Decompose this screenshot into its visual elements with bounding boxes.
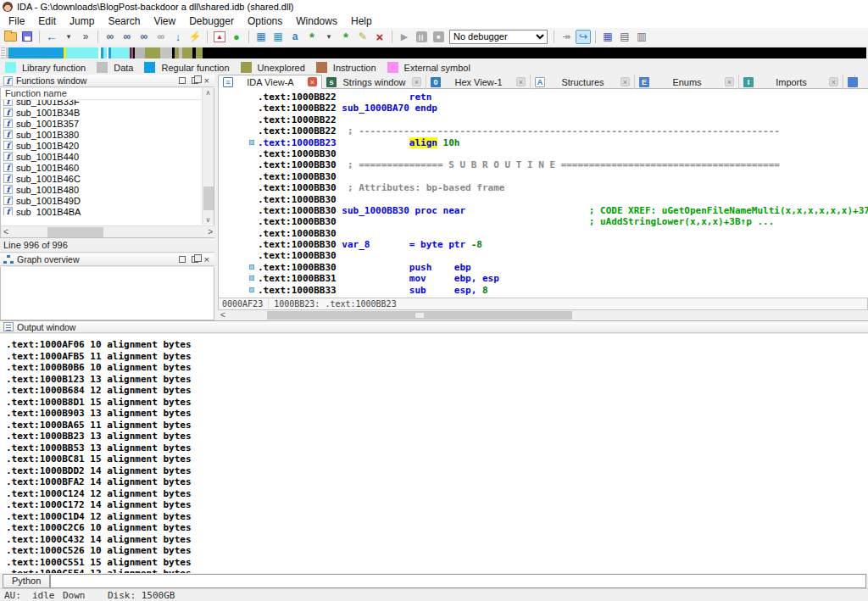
menu-edit[interactable]: Edit xyxy=(31,14,63,28)
scrollbar-thumb[interactable] xyxy=(203,186,214,210)
scrollbar-thumb[interactable] xyxy=(267,311,572,320)
graph-overview-canvas[interactable] xyxy=(0,267,214,320)
tab-close-icon[interactable]: × xyxy=(829,77,838,86)
tab-close-icon[interactable]: × xyxy=(620,77,630,86)
function-list-item[interactable]: fsub_1001B34B xyxy=(1,107,203,118)
navband-segment[interactable] xyxy=(203,47,866,58)
struct-view-icon[interactable]: ▦ xyxy=(600,30,615,44)
apply-type-icon[interactable]: * xyxy=(338,30,353,44)
navband-segment[interactable] xyxy=(160,47,172,58)
scroll-down-icon[interactable]: ∨ xyxy=(203,216,214,224)
analysis-indicator-icon[interactable]: ● xyxy=(229,30,244,44)
output-window[interactable]: .text:1000AF06 10 alignment bytes.text:1… xyxy=(0,334,868,573)
tab-partial[interactable] xyxy=(843,75,855,89)
maximize-icon[interactable] xyxy=(179,77,186,84)
navband-drag-handle[interactable] xyxy=(1,47,5,58)
tab-ida-view-a[interactable]: ≡IDA View-A× xyxy=(218,75,322,89)
create-segment-icon[interactable]: ▤ xyxy=(617,30,632,44)
close-icon[interactable]: × xyxy=(204,256,209,263)
function-list-item[interactable]: fsub_1001B357 xyxy=(1,118,203,129)
disassembly-line[interactable]: .text:1000BB30 xyxy=(219,228,868,239)
function-list-item[interactable]: fsub_1001B380 xyxy=(1,129,203,140)
navband-segment[interactable] xyxy=(182,47,192,58)
tab-close-icon[interactable]: × xyxy=(516,77,526,86)
disassembly-line[interactable]: .text:1000BB33 sub esp, 8 xyxy=(219,285,868,296)
navband-segments[interactable] xyxy=(6,47,866,58)
disassembly-line[interactable]: .text:1000BB22 sub_1000BA70 endp xyxy=(219,103,868,114)
type-dropdown-icon[interactable]: ▾ xyxy=(321,30,337,44)
python-command-input[interactable] xyxy=(50,574,866,588)
back-dropdown-icon[interactable]: ▾ xyxy=(61,30,76,44)
set-type-icon[interactable]: * xyxy=(304,30,320,44)
tab-close-icon[interactable]: × xyxy=(725,77,734,86)
tab-close-icon[interactable]: × xyxy=(308,77,317,86)
scroll-left-icon[interactable]: < xyxy=(3,227,8,237)
delete-segment-icon[interactable]: ▥ xyxy=(634,30,649,44)
tab-structures[interactable]: AStructures× xyxy=(531,75,635,89)
functions-column-header[interactable]: Function name xyxy=(1,88,203,100)
disassembly-line[interactable]: .text:1000BB30 push ebp xyxy=(219,262,868,273)
navband-segment[interactable] xyxy=(196,47,203,58)
navband-segment[interactable] xyxy=(8,47,66,58)
disassembly-line[interactable]: .text:1000BB30 ; uAddStringLower(x,x,x)+… xyxy=(219,216,868,227)
search-bytes-icon[interactable]: ∞ xyxy=(136,30,152,44)
navband-segment[interactable] xyxy=(111,47,130,58)
open-file-icon[interactable] xyxy=(3,30,18,44)
disassembly-line[interactable]: .text:1000BB30 var_8 = byte ptr -8 xyxy=(219,239,868,250)
print-icon[interactable]: ∞ xyxy=(153,30,169,44)
navband-segment[interactable] xyxy=(145,47,160,58)
disassembly-line[interactable]: .text:1000BB31 mov ebp, esp xyxy=(219,273,868,284)
menu-search[interactable]: Search xyxy=(101,14,147,28)
disassembly-view[interactable]: .text:1000BB22 retn.text:1000BB22 sub_10… xyxy=(218,89,868,298)
search-text-icon[interactable]: ∞ xyxy=(120,30,135,44)
function-list-item[interactable]: fsub_1001B420 xyxy=(1,140,203,151)
float-icon[interactable] xyxy=(192,256,198,263)
navigation-band[interactable] xyxy=(0,47,868,59)
tab-close-icon[interactable]: × xyxy=(412,77,421,86)
menu-options[interactable]: Options xyxy=(241,14,289,28)
navigate-back-icon[interactable]: ← xyxy=(44,30,59,44)
disassembly-line[interactable]: .text:1000BB23 align 10h xyxy=(219,137,868,148)
disassembly-line[interactable]: .text:1000BB22 retn xyxy=(219,92,868,103)
patch-icon[interactable]: ✎ xyxy=(355,30,370,44)
tab-strings-window[interactable]: sStrings window× xyxy=(322,75,426,89)
create-function-icon[interactable]: ▦ xyxy=(253,30,269,44)
function-list-item[interactable]: fsub_1001B33F xyxy=(1,100,203,107)
jump-address-icon[interactable]: ↓ xyxy=(170,30,186,44)
disassembly-line[interactable]: .text:1000BB30 xyxy=(219,194,868,205)
search-next-icon[interactable]: ∞ xyxy=(103,30,118,44)
disassembly-line[interactable]: .text:1000BB30 ; Attributes: bp-based fr… xyxy=(219,182,868,193)
navband-segment[interactable] xyxy=(135,47,145,58)
menu-jump[interactable]: Jump xyxy=(63,14,101,28)
scroll-up-icon[interactable]: ∧ xyxy=(203,89,214,97)
python-interpreter-tab[interactable]: Python xyxy=(3,574,50,588)
more-tools-icon[interactable]: » xyxy=(78,30,93,44)
disassembly-line[interactable]: .text:1000BB30 xyxy=(219,171,868,182)
disassembly-line[interactable]: .text:1000BB30 xyxy=(219,250,868,261)
tab-imports[interactable]: IImports× xyxy=(739,75,843,89)
function-list-item[interactable]: fsub_1001B460 xyxy=(1,162,203,173)
function-list-item[interactable]: fsub_1001B4BA xyxy=(1,206,203,215)
disassembly-line[interactable]: .text:1000BB30 ; =============== S U B R… xyxy=(219,159,868,170)
save-icon[interactable] xyxy=(19,30,35,44)
tab-enums[interactable]: EEnums× xyxy=(635,75,739,89)
disassembly-line[interactable]: .text:1000BB22 xyxy=(219,114,868,125)
functions-horizontal-scrollbar[interactable]: < > xyxy=(1,225,215,237)
disassembly-line[interactable]: .text:1000BB30 sub_1000BB30 proc near ; … xyxy=(219,205,868,216)
disassembly-line[interactable]: .text:1000BB22 ; -----------------------… xyxy=(219,125,868,136)
menu-view[interactable]: View xyxy=(147,14,182,28)
function-list-item[interactable]: fsub_1001B480 xyxy=(1,184,203,195)
debugger-select[interactable]: No debugger xyxy=(449,30,548,44)
stop-process-icon[interactable]: ■ xyxy=(431,30,446,44)
function-list-item[interactable]: fsub_1001B49D xyxy=(1,195,203,206)
disassembly-line[interactable]: .text:1000BB30 xyxy=(219,148,868,159)
navband-segment[interactable] xyxy=(66,47,98,58)
cancel-analysis-icon[interactable]: × xyxy=(372,30,387,44)
maximize-icon[interactable] xyxy=(179,256,186,263)
open-subviews-icon[interactable]: ↪ xyxy=(576,30,591,44)
function-list-item[interactable]: fsub_1001B46C xyxy=(1,173,203,184)
menu-help[interactable]: Help xyxy=(344,14,379,28)
flashlight-icon[interactable]: ⚡ xyxy=(187,30,203,44)
menu-windows[interactable]: Windows xyxy=(289,14,344,28)
float-icon[interactable] xyxy=(192,77,198,84)
